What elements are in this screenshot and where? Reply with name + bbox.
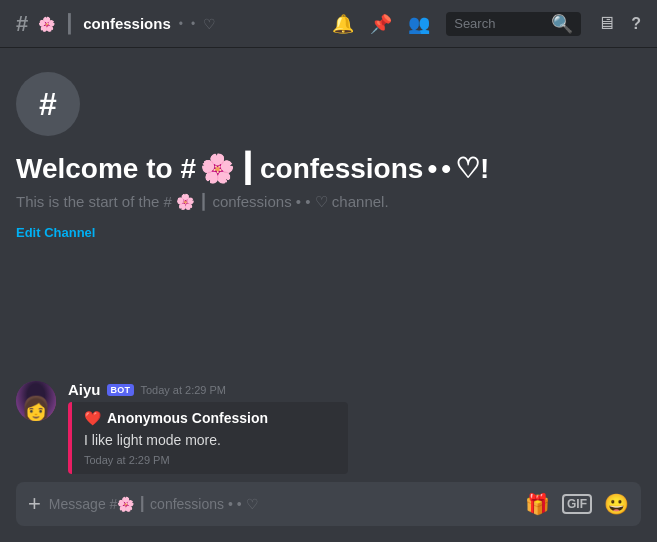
topbar-dot1: •: [179, 17, 183, 31]
messages-area: Aiyu BOT Today at 2:29 PM ❤️ Anonymous C…: [0, 373, 657, 482]
subtitle-channel: confessions: [212, 193, 291, 210]
welcome-prefix: Welcome to #: [16, 153, 196, 185]
welcome-channel: confessions: [260, 153, 423, 185]
subtitle-heart: ♡: [315, 193, 328, 210]
welcome-section: # Welcome to # 🌸 ┃ confessions • • ♡! Th…: [0, 48, 657, 373]
message-group: Aiyu BOT Today at 2:29 PM ❤️ Anonymous C…: [16, 381, 641, 474]
welcome-title-icon: 🌸: [200, 152, 235, 185]
pin-icon[interactable]: 📌: [370, 13, 392, 35]
subtitle-dot1: •: [296, 193, 301, 210]
channel-large-icon: #: [16, 72, 80, 136]
embed-title-text: Anonymous Confession: [107, 410, 268, 426]
search-input[interactable]: [454, 16, 545, 31]
embed-card: ❤️ Anonymous Confession I like light mod…: [68, 402, 348, 474]
add-attachment-button[interactable]: +: [28, 493, 41, 515]
message-input[interactable]: [49, 496, 517, 512]
subtitle-dot2: •: [305, 193, 310, 210]
message-timestamp: Today at 2:29 PM: [140, 384, 226, 396]
help-icon[interactable]: ?: [631, 15, 641, 33]
emoji-icon[interactable]: 😀: [604, 492, 629, 516]
welcome-separator: ┃: [239, 152, 256, 185]
search-box[interactable]: 🔍: [446, 12, 581, 36]
subtitle-icon: 🌸: [176, 193, 195, 210]
members-icon[interactable]: 👥: [408, 13, 430, 35]
hash-icon: #: [16, 11, 28, 37]
input-bar: + 🎁 GIF 😀: [0, 482, 657, 542]
embed-footer: Today at 2:29 PM: [84, 454, 336, 466]
topbar-actions: 🔔 📌 👥 🔍 🖥 ?: [332, 12, 641, 36]
bell-icon[interactable]: 🔔: [332, 13, 354, 35]
welcome-dot1: •: [427, 153, 437, 185]
bot-badge: BOT: [107, 384, 135, 396]
edit-channel-link[interactable]: Edit Channel: [16, 225, 95, 240]
gif-button[interactable]: GIF: [562, 494, 592, 514]
inbox-icon[interactable]: 🖥: [597, 13, 615, 34]
welcome-dot2: •: [441, 153, 451, 185]
channel-icon: 🌸: [36, 14, 56, 34]
separator-icon: ┃: [64, 13, 75, 35]
channel-name: confessions: [83, 15, 171, 32]
embed-body: I like light mode more.: [84, 432, 336, 448]
message-content: Aiyu BOT Today at 2:29 PM ❤️ Anonymous C…: [68, 381, 641, 474]
input-right-icons: 🎁 GIF 😀: [525, 492, 629, 516]
message-header: Aiyu BOT Today at 2:29 PM: [68, 381, 641, 398]
topbar-dot2: •: [191, 17, 195, 31]
gift-icon[interactable]: 🎁: [525, 492, 550, 516]
topbar-heart-icon: ♡: [203, 16, 216, 32]
subtitle-sep: ┃: [199, 193, 208, 210]
avatar: [16, 381, 56, 421]
subtitle-suffix: channel.: [332, 193, 389, 210]
message-username: Aiyu: [68, 381, 101, 398]
welcome-title: Welcome to # 🌸 ┃ confessions • • ♡!: [16, 152, 641, 185]
embed-title: ❤️ Anonymous Confession: [84, 410, 336, 426]
main-content: # Welcome to # 🌸 ┃ confessions • • ♡! Th…: [0, 48, 657, 482]
search-icon: 🔍: [551, 13, 573, 35]
input-container: + 🎁 GIF 😀: [16, 482, 641, 526]
welcome-subtitle: This is the start of the # 🌸 ┃ confessio…: [16, 193, 641, 211]
welcome-heart: ♡!: [455, 152, 489, 185]
embed-icon: ❤️: [84, 410, 101, 426]
subtitle-prefix: This is the start of the #: [16, 193, 172, 210]
topbar: # 🌸 ┃ confessions • • ♡ 🔔 📌 👥 🔍 🖥 ?: [0, 0, 657, 48]
